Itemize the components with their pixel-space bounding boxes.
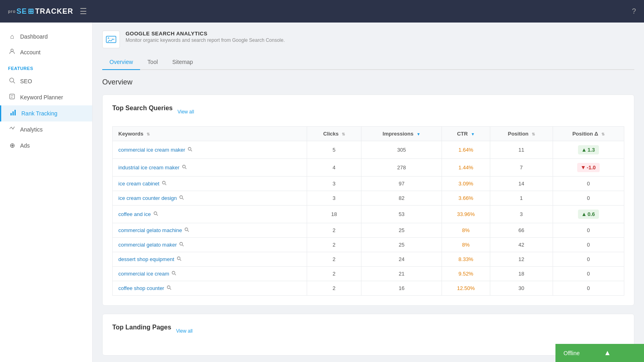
page-header-text: GOOGLE SEARCH ANALYTICS Monitor organic … <box>126 31 285 43</box>
delta-cell: 0 <box>553 223 624 238</box>
position-cell: 42 <box>490 238 553 252</box>
keyword-cell: dessert shop equipment <box>113 252 307 267</box>
keyword-link[interactable]: commercial ice cream maker <box>118 147 301 153</box>
tab-tool[interactable]: Tool <box>140 55 165 70</box>
col-impressions[interactable]: Impressions ▼ <box>361 127 442 141</box>
rank-tracking-icon <box>9 109 17 117</box>
keyword-search-icon[interactable] <box>171 271 176 277</box>
ctr-cell: 3.09% <box>442 177 490 191</box>
sidebar-item-rank-tracking[interactable]: Rank Tracking <box>0 105 92 121</box>
account-icon <box>8 48 16 56</box>
sidebar-item-ads[interactable]: ⊕ Ads <box>0 138 92 153</box>
keyword-search-icon[interactable] <box>184 227 189 233</box>
sidebar-item-analytics[interactable]: Analytics <box>0 121 92 138</box>
position-cell: 30 <box>490 281 553 296</box>
keyword-link[interactable]: ice cream counter design <box>118 195 301 201</box>
svg-point-25 <box>185 228 188 231</box>
keyword-link[interactable]: commercial ice cream <box>118 271 301 277</box>
impressions-cell: 278 <box>361 159 442 177</box>
topnav-left: pro SE ⊞ TRACKER ☰ <box>8 6 87 16</box>
sidebar-item-seo[interactable]: SEO <box>0 73 92 89</box>
clicks-cell: 2 <box>307 238 361 252</box>
keyword-search-icon[interactable] <box>177 256 182 262</box>
delta-cell: -1.0 <box>553 159 624 177</box>
delta-zero: 0 <box>587 181 590 187</box>
offline-banner[interactable]: Offline ▲ <box>555 344 644 362</box>
keyword-link[interactable]: commercial gelato machine <box>118 227 301 233</box>
sort-impressions-icon[interactable]: ▼ <box>417 132 421 136</box>
sort-delta-icon[interactable]: ⇅ <box>601 132 605 136</box>
sidebar-item-keyword-planner[interactable]: Keyword Planner <box>0 89 92 105</box>
home-icon: ⌂ <box>8 33 16 40</box>
keyword-search-icon[interactable] <box>167 285 171 291</box>
landing-pages-header: Top Landing Pages View all <box>112 324 624 338</box>
col-position[interactable]: Position ⇅ <box>490 127 553 141</box>
tab-overview[interactable]: Overview <box>102 55 140 70</box>
keyword-link[interactable]: commercial gelato maker <box>118 242 301 248</box>
svg-marker-24 <box>582 213 586 216</box>
hamburger-menu[interactable]: ☰ <box>80 6 87 16</box>
keyword-search-icon[interactable] <box>153 211 158 217</box>
svg-point-18 <box>162 181 165 184</box>
position-cell: 1 <box>490 191 553 206</box>
table-row: industrial ice cream maker 42781.44%7 -1… <box>113 159 624 177</box>
delta-zero: 0 <box>587 242 590 248</box>
help-button[interactable]: ? <box>632 7 636 16</box>
keyword-search-icon[interactable] <box>179 195 184 201</box>
col-clicks[interactable]: Clicks ⇅ <box>307 127 361 141</box>
logo-bracket: SE <box>17 7 27 16</box>
svg-rect-7 <box>12 111 14 115</box>
impressions-cell: 53 <box>361 206 442 223</box>
tab-sitemap[interactable]: Sitemap <box>165 55 200 70</box>
col-ctr[interactable]: CTR ▼ <box>442 127 490 141</box>
ctr-cell: 9.52% <box>442 267 490 281</box>
svg-line-21 <box>182 198 184 200</box>
keyword-link[interactable]: ice cream cabinet <box>118 181 301 187</box>
top-landing-pages-card: Top Landing Pages View all <box>102 314 634 356</box>
col-keywords[interactable]: Keywords ⇅ <box>113 127 307 141</box>
ctr-cell: 3.66% <box>442 191 490 206</box>
view-all-button[interactable]: View all <box>178 109 194 115</box>
keyword-search-icon[interactable] <box>162 181 167 187</box>
features-section-label: FEATURES <box>0 60 92 73</box>
impressions-cell: 21 <box>361 267 442 281</box>
sort-keywords-icon[interactable]: ⇅ <box>147 132 150 136</box>
keyword-link[interactable]: industrial ice cream maker <box>118 165 301 171</box>
clicks-cell: 5 <box>307 141 361 159</box>
impressions-cell: 24 <box>361 252 442 267</box>
clicks-cell: 18 <box>307 206 361 223</box>
clicks-cell: 2 <box>307 252 361 267</box>
svg-line-19 <box>165 184 166 185</box>
sidebar-label-account: Account <box>20 49 41 56</box>
sort-clicks-icon[interactable]: ⇅ <box>342 132 345 136</box>
table-row: ice cream cabinet 3973.09%140 <box>113 177 624 191</box>
svg-line-26 <box>188 230 189 232</box>
svg-point-12 <box>188 148 191 150</box>
offline-label: Offline <box>564 350 580 356</box>
keyword-cell: coffee and ice <box>113 206 307 223</box>
clicks-cell: 3 <box>307 177 361 191</box>
sidebar-label-dashboard: Dashboard <box>20 33 48 40</box>
sidebar-item-dashboard[interactable]: ⌂ Dashboard <box>0 29 92 44</box>
keyword-search-icon[interactable] <box>188 147 192 153</box>
section-title: Top Search Queries <box>112 105 173 112</box>
svg-rect-8 <box>14 110 16 115</box>
sort-ctr-icon[interactable]: ▼ <box>471 132 475 136</box>
delta-zero: 0 <box>587 195 590 201</box>
position-cell: 7 <box>490 159 553 177</box>
sort-position-icon[interactable]: ⇅ <box>532 132 535 136</box>
keyword-link[interactable]: coffee shop counter <box>118 285 301 291</box>
page-header-icon <box>102 31 120 48</box>
keyword-link[interactable]: dessert shop equipment <box>118 256 301 262</box>
sidebar-item-account[interactable]: Account <box>0 44 92 60</box>
clicks-cell: 3 <box>307 191 361 206</box>
table-row: commercial gelato maker 2258%420 <box>113 238 624 252</box>
col-delta[interactable]: Position Δ ⇅ <box>553 127 624 141</box>
svg-point-29 <box>177 257 180 260</box>
keyword-link[interactable]: coffee and ice <box>118 211 301 217</box>
keyword-search-icon[interactable] <box>179 242 184 248</box>
keyword-search-icon[interactable] <box>182 165 187 171</box>
landing-pages-view-all[interactable]: View all <box>176 328 192 334</box>
ctr-cell: 1.64% <box>442 141 490 159</box>
table-body: commercial ice cream maker 53051.64%11 1… <box>113 141 624 296</box>
